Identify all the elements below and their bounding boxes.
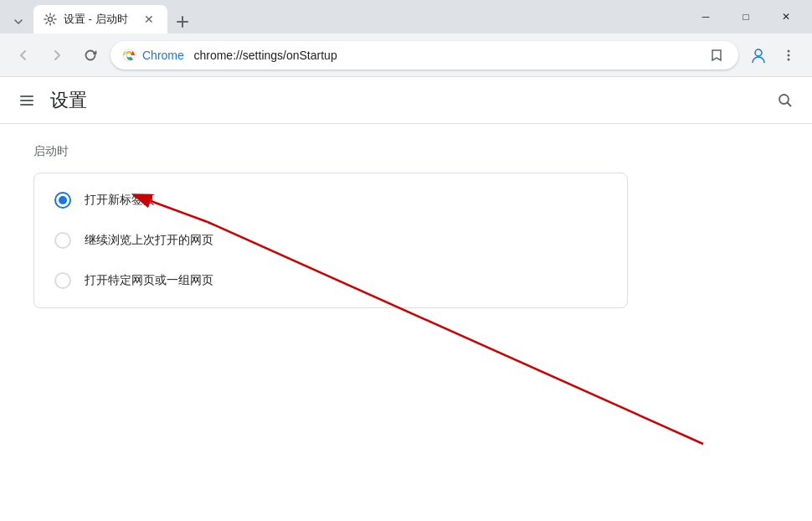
refresh-button[interactable] xyxy=(77,42,104,69)
address-url: chrome://settings/onStartup xyxy=(193,49,337,62)
svg-point-0 xyxy=(49,18,53,22)
address-input[interactable]: Chrome chrome://settings/onStartup xyxy=(110,41,738,70)
settings-menu-button[interactable] xyxy=(13,87,40,114)
svg-point-5 xyxy=(788,54,790,56)
dropdown-icon xyxy=(13,17,23,27)
profile-icon xyxy=(750,47,767,64)
options-card: 打开新标签页 继续浏览上次打开的网页 打开特定网页或一组网页 xyxy=(33,173,628,308)
bookmark-icon[interactable] xyxy=(710,49,723,62)
address-brand: Chrome xyxy=(142,49,184,62)
back-icon xyxy=(16,48,31,63)
option-continue-label: 继续浏览上次打开的网页 xyxy=(85,233,213,248)
page-title: 设置 xyxy=(50,88,87,113)
toolbar-right xyxy=(745,42,802,69)
tab-close-button[interactable]: ✕ xyxy=(141,11,157,28)
menu-button[interactable] xyxy=(775,42,802,69)
tab-title: 设置 - 启动时 xyxy=(64,12,134,27)
radio-continue[interactable] xyxy=(54,232,71,249)
chrome-logo-icon xyxy=(122,49,136,62)
option-new-tab-label: 打开新标签页 xyxy=(85,193,155,208)
option-specific-label: 打开特定网页或一组网页 xyxy=(85,273,213,288)
settings-main: 设置 启动时 打开新标签页 xyxy=(0,77,812,521)
new-tab-button[interactable] xyxy=(171,10,194,34)
svg-point-4 xyxy=(788,49,790,52)
plus-icon xyxy=(176,15,189,28)
search-icon xyxy=(777,92,794,109)
option-new-tab[interactable]: 打开新标签页 xyxy=(34,180,627,220)
radio-new-tab[interactable] xyxy=(54,192,71,209)
address-text: Chrome chrome://settings/onStartup xyxy=(142,49,703,62)
option-specific[interactable]: 打开特定网页或一组网页 xyxy=(34,260,627,301)
address-bar: Chrome chrome://settings/onStartup xyxy=(0,34,812,77)
svg-point-2 xyxy=(127,53,131,57)
maximize-button[interactable]: □ xyxy=(727,3,765,30)
refresh-icon xyxy=(83,48,98,63)
svg-point-3 xyxy=(755,49,762,56)
settings-search-button[interactable] xyxy=(772,87,799,114)
forward-icon xyxy=(49,48,64,63)
hamburger-icon xyxy=(19,93,34,108)
option-continue[interactable]: 继续浏览上次打开的网页 xyxy=(34,220,627,260)
forward-button[interactable] xyxy=(44,42,70,69)
radio-specific[interactable] xyxy=(54,272,71,289)
radio-new-tab-inner xyxy=(59,196,67,204)
settings-header: 设置 xyxy=(0,77,812,124)
profile-button[interactable] xyxy=(745,42,772,69)
settings-content: 启动时 打开新标签页 继续浏览上次打开的网页 打开特定网页或一 xyxy=(0,124,812,328)
svg-point-6 xyxy=(788,58,790,60)
title-bar: 设置 - 启动时 ✕ ─ □ ✕ xyxy=(0,0,812,34)
back-button[interactable] xyxy=(10,42,37,69)
minimize-button[interactable]: ─ xyxy=(686,3,725,30)
section-title: 启动时 xyxy=(33,144,779,159)
tab-dropdown-button[interactable] xyxy=(7,10,30,34)
settings-page: 设置 启动时 打开新标签页 xyxy=(0,77,812,521)
tab-bar: 设置 - 启动时 ✕ xyxy=(7,0,686,34)
more-icon xyxy=(781,48,796,63)
window-controls: ─ □ ✕ xyxy=(686,3,805,30)
active-tab[interactable]: 设置 - 启动时 ✕ xyxy=(33,5,167,34)
close-button[interactable]: ✕ xyxy=(767,3,805,30)
tab-settings-icon xyxy=(44,13,57,26)
